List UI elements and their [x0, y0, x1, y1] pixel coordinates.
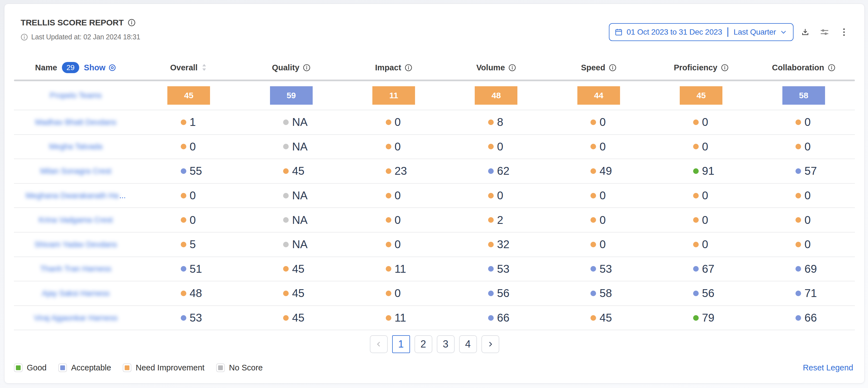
pagination-prev-button[interactable] [370, 335, 388, 353]
score-badge[interactable]: 45 [680, 86, 722, 105]
score-badge[interactable]: 48 [475, 86, 518, 105]
column-label: Speed [581, 63, 605, 72]
score-cell: 45 [240, 311, 342, 324]
show-names-toggle[interactable]: Show [84, 63, 116, 72]
score-cell: NA [240, 141, 342, 153]
score-dot [181, 193, 186, 199]
column-label: Volume [476, 63, 505, 72]
member-name-link[interactable]: Thanh Tran Harness [40, 264, 111, 273]
score-cell: 32 [445, 238, 547, 251]
blurred-name: Shivam Yadav Devdans [34, 240, 117, 249]
column-header-overall[interactable]: Overall [137, 63, 240, 72]
member-name-link[interactable]: Viraj Ajgaonkar Harness [34, 314, 118, 322]
score-value: 45 [292, 263, 305, 275]
score-dot [796, 144, 801, 149]
pagination-page-4[interactable]: 4 [459, 335, 477, 353]
sort-icon[interactable] [201, 63, 207, 72]
score-value: 0 [702, 238, 708, 251]
score-value: 0 [497, 141, 503, 153]
score-cell: 45 [548, 311, 650, 324]
legend-item-good[interactable]: Good [14, 363, 46, 372]
member-name-link[interactable]: Milan Sonagra Crest [40, 167, 111, 176]
reset-legend-link[interactable]: Reset Legend [803, 363, 853, 372]
score-badge[interactable]: 59 [270, 86, 313, 105]
info-icon[interactable] [405, 64, 412, 71]
score-cell: 66 [752, 311, 855, 324]
filter-settings-button[interactable] [820, 27, 829, 37]
score-table: Name 29 Show OverallQualityImpactVolumeS… [14, 56, 855, 330]
info-icon[interactable] [303, 64, 310, 71]
score-value-group: 0 [796, 116, 812, 128]
score-value-group: 23 [386, 165, 402, 177]
score-cell: 91 [650, 165, 752, 177]
score-cell: 5 [137, 238, 240, 251]
score-badge[interactable]: 45 [167, 86, 210, 105]
name-cell: Milan Sonagra Crest [14, 167, 137, 176]
blurred-name: Propelo Teams [50, 91, 101, 100]
score-cell: 56 [650, 287, 752, 300]
pagination-page-2[interactable]: 2 [414, 335, 432, 353]
member-name-link[interactable]: Megha Tatvada [49, 142, 102, 151]
score-value: 67 [702, 263, 715, 275]
member-name-link[interactable]: Shivam Yadav Devdans [34, 240, 117, 249]
info-icon[interactable] [508, 64, 516, 71]
score-value: 0 [190, 189, 196, 202]
score-dot [283, 193, 289, 199]
score-badge[interactable]: 11 [372, 86, 415, 105]
legend-label: Acceptable [71, 363, 111, 372]
score-cell: 0 [548, 238, 650, 251]
table-row: Milan Sonagra Crest55452362499157 [14, 159, 855, 184]
last-updated-info-icon[interactable] [21, 33, 28, 41]
score-value-group: NA [283, 214, 299, 227]
score-value-group: 66 [488, 311, 504, 324]
info-icon[interactable] [721, 64, 728, 71]
legend-item-no_score[interactable]: No Score [216, 363, 263, 372]
table-row: Shivam Yadav Devdans5NA032000 [14, 233, 855, 257]
score-value: NA [292, 238, 308, 251]
pagination-next-button[interactable] [482, 335, 499, 353]
score-value: 79 [702, 311, 715, 324]
score-dot [693, 315, 699, 321]
legend-item-acceptable[interactable]: Acceptable [58, 363, 111, 372]
info-icon[interactable] [828, 64, 835, 71]
score-value: 11 [395, 263, 406, 275]
name-cell: Megha Tatvada [14, 142, 137, 151]
legend-item-need_improvement[interactable]: Need Improvement [123, 363, 205, 372]
date-range-picker[interactable]: 01 Oct 2023 to 31 Dec 2023 Last Quarter [609, 23, 794, 41]
score-dot [386, 144, 391, 149]
score-cell: NA [240, 238, 342, 251]
member-name-link[interactable]: Ajay Saksi Harness [42, 289, 110, 298]
score-value: 0 [599, 214, 606, 227]
score-value-group: 53 [181, 311, 197, 324]
score-cell: 58 [548, 287, 650, 300]
score-cell: 53 [445, 263, 547, 275]
pagination-page-3[interactable]: 3 [437, 335, 455, 353]
member-name-link[interactable]: Krina Vadgama Crest [39, 215, 113, 225]
score-value: 45 [292, 165, 305, 177]
legend-swatch [58, 363, 67, 372]
score-badge[interactable]: 58 [782, 86, 825, 105]
score-cell: 0 [650, 238, 752, 251]
score-value-group: 91 [693, 165, 709, 177]
pagination-page-1[interactable]: 1 [392, 335, 410, 353]
score-value-group: 5 [181, 238, 197, 251]
member-name-link[interactable]: Propelo Teams [50, 91, 101, 100]
score-value: 48 [190, 287, 202, 300]
member-name-link[interactable]: Madhav Bhatt Devdans [35, 118, 116, 127]
page-title: TRELLIS SCORE REPORT [21, 18, 124, 27]
info-icon[interactable] [609, 64, 616, 71]
score-value-group: 56 [693, 287, 709, 300]
score-value-group: 0 [590, 238, 607, 251]
score-badge[interactable]: 44 [577, 86, 620, 105]
score-dot [796, 266, 801, 272]
score-cell: 79 [650, 311, 752, 324]
score-dot [283, 315, 289, 321]
download-button[interactable] [801, 28, 810, 36]
score-dot [283, 119, 289, 125]
score-cell: 69 [752, 263, 855, 275]
title-info-icon[interactable] [128, 19, 135, 27]
member-name-link[interactable]: Meghana Dwarakanath Ha... [26, 191, 125, 200]
score-value: 53 [190, 311, 202, 324]
more-options-button[interactable] [839, 27, 849, 37]
legend-label: No Score [229, 363, 263, 372]
